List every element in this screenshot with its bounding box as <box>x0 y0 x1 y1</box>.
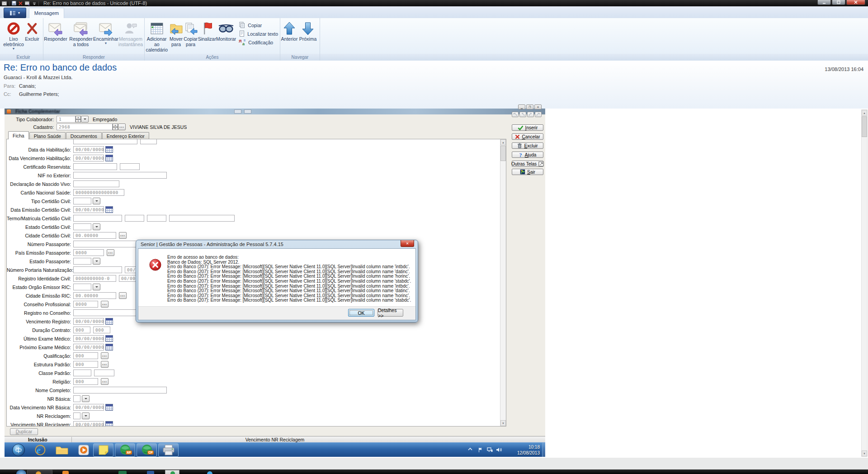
tab-plano-saúde[interactable]: Plano Saúde <box>29 132 66 139</box>
lookup-button[interactable]: ... <box>119 232 127 239</box>
taskbar-green-doc[interactable] <box>118 471 127 474</box>
ribbon-button-lixo-eletrônico[interactable]: Lixoeletrônico▼ <box>4 19 24 52</box>
scroll-up-icon[interactable]: ▲ <box>862 110 867 116</box>
ribbon-button-excluir[interactable]: Excluir <box>24 19 41 52</box>
child-close-button[interactable]: ✕ <box>534 104 542 109</box>
ok-button[interactable]: OK <box>348 309 374 317</box>
details-button[interactable]: Detalhes >> <box>377 309 403 317</box>
masked-input[interactable]: 000 <box>73 352 98 359</box>
date-input[interactable]: 00/00/0000 <box>73 146 104 153</box>
combo-input[interactable] <box>73 223 91 230</box>
text-input[interactable] <box>73 172 167 179</box>
ribbon-button-codificação[interactable]: ЯaCodificação <box>239 38 278 46</box>
calendar-button[interactable] <box>105 404 113 411</box>
calendar-button[interactable] <box>105 206 113 213</box>
taskbar-blue-doc[interactable] <box>147 471 154 474</box>
taskbar-browser-button[interactable] <box>27 470 52 474</box>
ribbon-button-monitorar[interactable]: Monitorar <box>216 19 236 52</box>
combo-button[interactable] <box>93 284 100 290</box>
masked-input[interactable]: 000 <box>73 327 90 333</box>
combo-input[interactable] <box>73 284 91 290</box>
text-input[interactable] <box>169 215 235 222</box>
ribbon-button-mover-para[interactable]: Moverpara <box>169 19 183 52</box>
child-restore-button[interactable]: ❐ <box>526 104 533 109</box>
spinner-button[interactable]: ▲▼ <box>75 116 81 123</box>
masked-input[interactable]: 0000000000-0 <box>73 275 116 282</box>
ribbon-button-copiar-para[interactable]: Copiarpara <box>184 19 198 52</box>
ribbon-button-anterior[interactable]: Anterior <box>280 19 298 52</box>
scroll-down-icon[interactable]: ▼ <box>862 450 867 456</box>
form-scrollbar[interactable]: ▲ ▼ <box>500 139 506 426</box>
first-record-button[interactable] <box>512 112 519 117</box>
combo-button[interactable] <box>82 412 90 419</box>
date-input[interactable]: 00/00/0000 <box>73 155 104 161</box>
ribbon-button-adicionar ao-calendário[interactable]: Adicionar aocalendário <box>145 19 169 52</box>
masked-input[interactable]: 0000 <box>73 249 104 256</box>
close-button[interactable] <box>846 0 865 5</box>
message-scrollbar[interactable]: ▲ ▼ <box>861 109 868 457</box>
to-value[interactable]: Canais; <box>19 83 36 89</box>
date-input[interactable]: 00/00/0000 <box>73 335 104 342</box>
app-menu-button[interactable]: ▼ <box>4 8 26 18</box>
next-record-button[interactable] <box>527 112 534 117</box>
text-input[interactable] <box>125 215 144 222</box>
text-input[interactable] <box>120 163 140 170</box>
text-input[interactable] <box>73 387 167 393</box>
text-input[interactable] <box>147 215 166 222</box>
date-input[interactable]: 00/00/0000 <box>73 404 104 411</box>
combo-button[interactable] <box>82 395 90 402</box>
taskbar-start-orb[interactable] <box>16 470 26 474</box>
prior-record-button[interactable] <box>519 112 526 117</box>
scrollbar-thumb[interactable] <box>500 146 506 161</box>
masked-input[interactable]: 000000000000000 <box>73 189 124 196</box>
date-input[interactable]: 00/00/0000 <box>73 318 104 325</box>
spinner-button[interactable]: ▲▼ <box>113 123 118 130</box>
ribbon-button-encaminhar[interactable]: Encaminhar▼ <box>94 19 118 52</box>
text-input[interactable] <box>140 139 157 144</box>
taskbar-blue-circle[interactable] <box>207 471 212 474</box>
explorer-folder-button[interactable] <box>52 443 72 457</box>
combo-input[interactable] <box>73 395 80 402</box>
masked-input[interactable]: 000 <box>93 327 110 333</box>
date-input[interactable]: 00/00/0000 <box>73 206 104 213</box>
tray-volume-icon[interactable] <box>496 447 502 452</box>
show-desktop-button[interactable] <box>542 443 545 457</box>
tray-up-icon[interactable] <box>468 447 472 451</box>
date-input[interactable]: 00/00/0000 <box>73 344 104 351</box>
combo-button[interactable] <box>93 258 100 265</box>
ribbon-button-próxima[interactable]: Próxima <box>298 19 317 52</box>
lookup-button[interactable]: ... <box>107 249 114 256</box>
taskbar-clock[interactable]: 10:18 12/08/2013 <box>507 444 540 456</box>
sair-button[interactable]: Sair <box>512 169 543 175</box>
printer-button[interactable] <box>158 443 179 457</box>
duplicar-button[interactable]: Duplicar <box>10 428 38 435</box>
combo-button[interactable] <box>93 198 100 204</box>
lookup-button[interactable]: ... <box>101 352 108 359</box>
tray-network-icon[interactable] <box>487 447 493 452</box>
lookup-button[interactable]: ... <box>101 378 108 385</box>
calendar-button[interactable] <box>105 318 113 325</box>
ribbon-button-responder[interactable]: Responder <box>43 19 68 52</box>
text-input[interactable] <box>73 180 119 187</box>
calendar-button[interactable] <box>105 335 113 342</box>
maximize-button[interactable] <box>832 0 845 5</box>
ribbon-button-localizar-texto[interactable]: Localizar texto <box>239 30 278 38</box>
combo-button[interactable] <box>93 223 100 230</box>
text-input[interactable] <box>73 266 122 273</box>
outras-telas-button[interactable]: Outras Telas <box>512 161 543 167</box>
masked-input[interactable]: 0000 <box>73 301 98 308</box>
start-orb-button[interactable] <box>8 443 28 457</box>
masked-input[interactable]: 000 <box>73 361 98 368</box>
text-input[interactable] <box>94 370 114 376</box>
masked-input[interactable]: 000 <box>73 378 98 385</box>
ribbon-button-copiar[interactable]: Copiar <box>239 21 278 29</box>
sticky-notes-button[interactable] <box>93 443 113 457</box>
lookup-button[interactable]: ... <box>101 301 108 308</box>
tray-flag-icon[interactable] <box>478 447 483 453</box>
tab-ficha[interactable]: Ficha <box>8 131 29 139</box>
text-input[interactable] <box>73 215 122 222</box>
calendar-button[interactable] <box>105 155 113 161</box>
tab-mensagem[interactable]: Mensagem <box>29 8 64 18</box>
lookup-button[interactable]: ... <box>101 361 108 368</box>
calendar-button[interactable] <box>105 344 113 351</box>
